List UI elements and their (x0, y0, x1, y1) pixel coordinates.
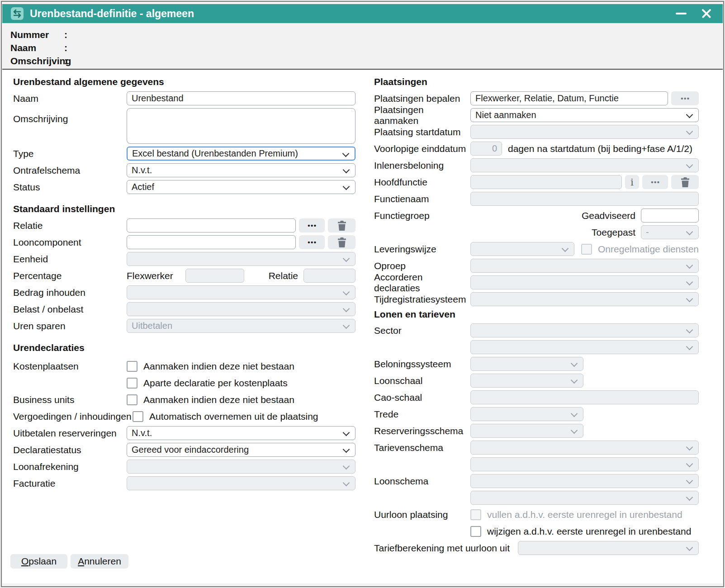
minimize-button[interactable] (673, 5, 689, 22)
omschrijving-label: Omschrijving (13, 108, 127, 124)
row-kostenplaatsen-2: Aparte declaratie per kostenplaats (13, 376, 355, 390)
looncomponent-input[interactable] (127, 235, 296, 249)
toegepast-select: - (641, 225, 699, 239)
row-status: Status Actief (13, 180, 355, 194)
cancel-button[interactable]: Annuleren (71, 554, 128, 569)
row-uren-sparen: Uren sparen Uitbetalen (13, 319, 355, 333)
row-uurloon-plaatsing-1: Uurloon plaatsing vullen a.d.h.v. eerste… (374, 507, 699, 522)
kostenplaatsen-aanmaken-checkbox[interactable] (127, 361, 137, 372)
accorderen-declaraties-select (470, 275, 699, 289)
plaatsingen-bepalen-browse-button[interactable]: ••• (671, 91, 699, 105)
row-business-units: Business units Aanmaken indien deze niet… (13, 393, 355, 407)
oproep-select (470, 259, 699, 273)
ellipsis-icon: ••• (307, 239, 317, 246)
header-row-omschrijving: Omschrijving : (10, 54, 723, 67)
naam-input[interactable] (127, 91, 355, 105)
row-loonschema-1: Loonschema (374, 474, 699, 488)
relatie-input[interactable] (127, 218, 296, 232)
row-functiegroep-toegepast: Toegepast - (374, 225, 699, 239)
row-tarievenschema-1: Tarievenschema (374, 441, 699, 455)
row-functienaam: Functienaam (374, 192, 699, 206)
row-cao-schaal: Cao-schaal (374, 390, 699, 404)
percentage-label: Percentage (13, 270, 127, 281)
row-tariefberekening: Tariefberekening met uurloon uit (374, 541, 699, 555)
chevron-down-icon (571, 410, 578, 417)
close-button[interactable] (698, 5, 715, 22)
reserveringsschema-select (470, 424, 583, 438)
looncomponent-browse-button[interactable]: ••• (299, 235, 325, 249)
row-ontrafelschema: Ontrafelschema N.v.t. (13, 163, 355, 177)
app-icon (10, 7, 24, 20)
chevron-down-icon (571, 377, 578, 384)
loonafrekening-select (127, 460, 355, 474)
omschrijving-textarea[interactable] (127, 108, 355, 144)
chevron-down-icon (343, 289, 350, 296)
sector-select-1 (470, 323, 699, 337)
chevron-down-icon (571, 427, 578, 434)
plaatsingen-aanmaken-select[interactable]: Niet aanmaken (470, 108, 699, 122)
row-type: Type Excel bestand (Urenbestanden Premiu… (13, 147, 355, 161)
functienaam-label: Functienaam (374, 194, 470, 204)
relatie-delete-button[interactable] (328, 218, 355, 232)
uurloon-wijzigen-checkbox[interactable] (470, 526, 481, 537)
naam-label: Naam (13, 93, 127, 104)
trede-label: Trede (374, 409, 470, 420)
dialog-window: Urenbestand-definitie - algemeen Nummer … (1, 1, 724, 587)
chevron-down-icon (343, 446, 350, 453)
business-units-aanmaken-checkbox[interactable] (127, 394, 137, 405)
section-title-lonen: Lonen en tarieven (374, 309, 699, 320)
row-bedrag-inhouden: Bedrag inhouden (13, 285, 355, 299)
chevron-down-icon (343, 183, 350, 190)
row-functiegroep-geadviseerd: Functiegroep Geadviseerd (374, 209, 699, 223)
looncomponent-label: Looncomponent (13, 237, 127, 248)
belast-onbelast-label: Belast / onbelast (13, 304, 127, 315)
sector-select-2 (470, 340, 699, 354)
leveringswijze-label: Leveringswijze (374, 244, 470, 255)
tijdregistratiesysteem-label: Tijdregistratiesysteem (374, 294, 470, 305)
hoofdfunctie-browse-button[interactable]: ••• (642, 175, 668, 189)
hoofdfunctie-delete-button[interactable] (671, 175, 699, 189)
kostenplaatsen-label: Kostenplaatsen (13, 361, 127, 372)
vergoedingen-overnemen-checkbox[interactable] (133, 411, 143, 422)
status-select[interactable]: Actief (127, 180, 355, 194)
type-select[interactable]: Excel bestand (Urenbestanden Premium) (127, 147, 355, 161)
row-accorderen-declaraties: Accorderen declaraties (374, 275, 699, 289)
loonschaal-label: Loonschaal (374, 375, 470, 386)
section-title-plaatsingen: Plaatsingen (374, 76, 699, 87)
looncomponent-delete-button[interactable] (328, 235, 355, 249)
declaratiestatus-select[interactable]: Gereed voor eindaccordering (127, 443, 355, 457)
declaratiestatus-label: Declaratiestatus (13, 445, 127, 455)
cao-schaal-input (470, 390, 699, 404)
chevron-down-icon (686, 262, 693, 269)
geadviseerd-input[interactable] (641, 209, 699, 223)
left-column: Urenbestand algemene gegevens Naam Omsch… (13, 71, 355, 493)
row-loonschaal: Loonschaal (374, 374, 699, 388)
relatie-browse-button[interactable]: ••• (299, 218, 325, 232)
plaatsingen-bepalen-input[interactable] (470, 91, 668, 105)
chevron-down-icon (686, 228, 693, 236)
row-loonafrekening: Loonafrekening (13, 460, 355, 474)
record-header: Nummer : Naam : Omschrijving : (2, 23, 723, 70)
ontrafelschema-select[interactable]: N.v.t. (127, 163, 355, 177)
uitbetalen-reserveringen-select[interactable]: N.v.t. (127, 426, 355, 440)
save-button[interactable]: Opslaan (10, 554, 67, 569)
tariefberekening-select (518, 541, 699, 555)
onregelmatige-diensten-label: Onregelmatige diensten (598, 244, 699, 255)
loonschema-select-1 (470, 474, 699, 488)
minimize-icon (676, 13, 687, 14)
kostenplaatsen-aanmaken-label: Aanmaken indien deze niet bestaan (143, 361, 294, 372)
hoofdfunctie-info-button[interactable]: i (625, 175, 639, 189)
bedrag-inhouden-label: Bedrag inhouden (13, 287, 127, 298)
row-uitbetalen-reserveringen: Uitbetalen reserveringen N.v.t. (13, 426, 355, 440)
tarievenschema-select-2 (470, 457, 699, 471)
oproep-label: Oproep (374, 261, 470, 271)
aparte-declaratie-checkbox[interactable] (127, 378, 137, 389)
chevron-down-icon (686, 327, 693, 334)
row-plaatsingen-aanmaken: Plaatsingen aanmaken Niet aanmaken (374, 108, 699, 122)
business-units-label: Business units (13, 394, 127, 405)
chevron-down-icon (686, 279, 693, 286)
row-inlenersbeloning: Inlenersbeloning (374, 158, 699, 172)
close-icon (701, 8, 712, 19)
geadviseerd-label: Geadviseerd (582, 210, 635, 221)
row-naam: Naam (13, 91, 355, 105)
